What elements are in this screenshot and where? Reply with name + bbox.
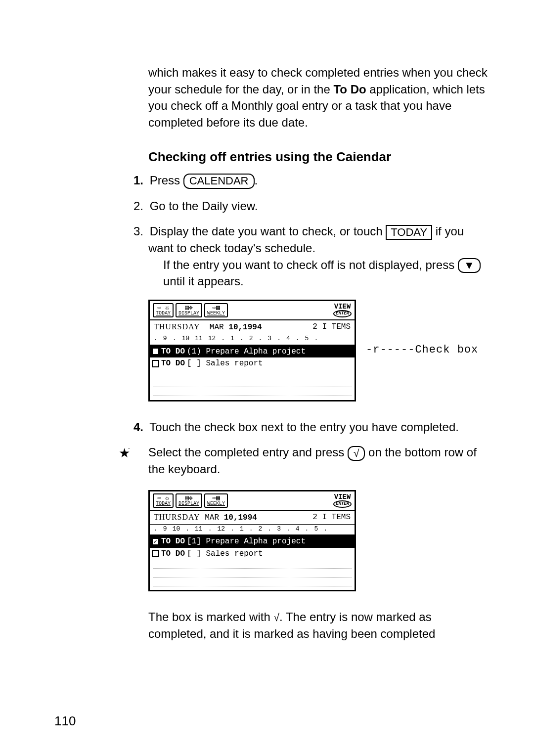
weekly-button[interactable]: ⇨▦WEEKLY: [204, 303, 228, 317]
todo-label: TO DO: [161, 536, 185, 547]
step-1: 1. Press CALENDAR.: [148, 172, 490, 189]
callout-checkbox: -r-----Check box: [366, 343, 478, 358]
empty-row: [153, 369, 352, 378]
closing-a: The box is marked with: [148, 610, 273, 623]
step-1-num: 1.: [134, 174, 146, 187]
step-4-text: Touch the check box next to the entry yo…: [149, 420, 459, 434]
check-key: √: [348, 446, 365, 461]
todo-row-1[interactable]: TO DO (1) Prepare Alpha project: [150, 346, 355, 357]
time-scale: .910.11.12.1.2.3.4.5.: [150, 525, 355, 535]
checkbox-1[interactable]: [152, 348, 159, 355]
todo-text: [ ] Sales report: [187, 548, 263, 559]
empty-row: [153, 578, 352, 586]
check-mark: √: [273, 612, 279, 623]
step-3-c: If the entry you want to check off is no…: [163, 258, 458, 271]
star-tip: ★´ Select the completed entry and press …: [148, 444, 490, 477]
view-button[interactable]: VIEWENTER: [333, 303, 352, 317]
step-3-num: 3.: [134, 224, 146, 238]
view-button[interactable]: VIEWENTER: [333, 493, 352, 508]
device-screen-2: ⇨ ☼TODAY ▤✥DISPLAY ⇨▦WEEKLY VIEWENTER TH…: [148, 490, 356, 592]
items-count: 2 I TEMS: [312, 512, 351, 523]
today-button[interactable]: ⇨ ☼TODAY: [153, 303, 174, 317]
down-arrow-key: ▼: [458, 258, 481, 273]
date-year: 10,1994: [228, 323, 262, 332]
weekday: THURSDAY: [154, 322, 200, 331]
step-1-a: Press: [150, 174, 183, 187]
step-3-d: until it appears.: [163, 274, 244, 288]
intro-paragraph: which makes it easy to check completed e…: [148, 64, 490, 131]
device-screen-1: ⇨ ☼TODAY ▤✥DISPLAY ⇨▦WEEKLY VIEWENTER TH…: [148, 300, 356, 401]
step-1-b: .: [255, 174, 258, 187]
empty-row: [153, 387, 352, 396]
screen-body: ✓ TO DO [1] Prepare Alpha project TO DO …: [150, 535, 355, 590]
step-2-num: 2.: [134, 199, 146, 213]
today-button[interactable]: ⇨ ☼TODAY: [153, 493, 174, 508]
screenshot-1-wrapper: ⇨ ☼TODAY ▤✥DISPLAY ⇨▦WEEKLY VIEWENTER TH…: [148, 300, 490, 401]
todo-label: TO DO: [161, 346, 185, 357]
weekday: THURSDAY: [154, 513, 200, 521]
step-3: 3. Display the date you want to check, o…: [148, 223, 490, 290]
step-4-num: 4.: [134, 420, 146, 434]
checkbox-2[interactable]: [152, 360, 159, 367]
closing-paragraph: The box is marked with √. The entry is n…: [148, 609, 490, 642]
step-3-a: Display the date you want to check, or t…: [150, 224, 386, 238]
section-title: Checking off entries using the Caiendar: [148, 148, 490, 166]
toolbar: ⇨ ☼TODAY ▤✥DISPLAY ⇨▦WEEKLY VIEWENTER: [150, 491, 355, 511]
empty-row: [153, 569, 352, 578]
star-a: Select the completed entry and press: [148, 445, 348, 459]
screen-header: THURSDAY MAR 10,1994 2 I TEMS: [150, 320, 355, 334]
today-key: TODAY: [386, 225, 432, 240]
empty-row: [153, 378, 352, 387]
checkbox-2[interactable]: [152, 550, 159, 557]
step-2: 2. Go to the Daily view.: [148, 198, 490, 215]
empty-row: [153, 560, 352, 569]
todo-row-1[interactable]: ✓ TO DO [1] Prepare Alpha project: [150, 535, 355, 547]
toolbar: ⇨ ☼TODAY ▤✥DISPLAY ⇨▦WEEKLY VIEWENTER: [150, 301, 355, 320]
todo-text: (1) Prepare Alpha project: [187, 346, 306, 357]
month: MAR: [205, 513, 219, 522]
todo-row-2[interactable]: TO DO [ ] Sales report: [150, 548, 355, 560]
star-icon: ★´: [119, 444, 134, 477]
todo-label: TO DO: [161, 548, 185, 559]
todo-row-2[interactable]: TO DO [ ] Sales report: [150, 357, 355, 369]
checkbox-1-checked[interactable]: ✓: [152, 538, 159, 545]
screen-body: TO DO (1) Prepare Alpha project TO DO [ …: [150, 346, 355, 400]
step-4: 4. Touch the check box next to the entry…: [148, 419, 490, 436]
display-button[interactable]: ▤✥DISPLAY: [176, 493, 202, 508]
screenshot-2-wrapper: ⇨ ☼TODAY ▤✥DISPLAY ⇨▦WEEKLY VIEWENTER TH…: [148, 490, 490, 592]
screen-header: THURSDAY MAR 10,1994 2 I TEMS: [150, 511, 355, 525]
display-button[interactable]: ▤✥DISPLAY: [176, 303, 202, 317]
weekly-button[interactable]: ⇨▦WEEKLY: [204, 493, 228, 508]
date-year: 10,1994: [224, 513, 257, 522]
todo-text: [ ] Sales report: [187, 358, 263, 369]
todo-text: [1] Prepare Alpha project: [187, 536, 306, 547]
step-2-text: Go to the Daily view.: [150, 199, 258, 213]
page-number: 110: [54, 713, 76, 729]
month: MAR: [210, 323, 224, 332]
time-scale: .9.101112.1.2.3.4.5.: [150, 334, 355, 345]
intro-bold: To Do: [333, 83, 366, 96]
calendar-key: CALENDAR: [183, 174, 255, 188]
items-count: 2 I TEMS: [312, 321, 351, 333]
todo-label: TO DO: [161, 358, 185, 369]
